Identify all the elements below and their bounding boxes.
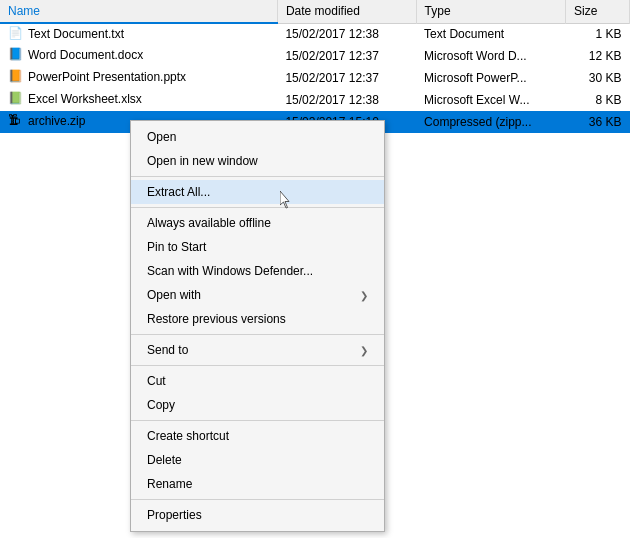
file-type-cell: Microsoft PowerP...: [416, 67, 565, 89]
menu-item-label: Copy: [147, 398, 175, 412]
table-row[interactable]: 📗Excel Worksheet.xlsx15/02/2017 12:38Mic…: [0, 89, 630, 111]
menu-item-label: Rename: [147, 477, 192, 491]
menu-item-copy[interactable]: Copy: [131, 393, 384, 417]
col-type[interactable]: Type: [416, 0, 565, 23]
file-icon: 📄: [8, 26, 24, 42]
menu-separator: [131, 420, 384, 421]
file-size-cell: 8 KB: [565, 89, 629, 111]
table-header-row: Name Date modified Type Size: [0, 0, 630, 23]
file-icon: 📙: [8, 69, 24, 85]
menu-item-label: Open with: [147, 288, 201, 302]
col-size[interactable]: Size: [565, 0, 629, 23]
file-name-cell: 📘Word Document.docx: [0, 45, 277, 67]
menu-separator: [131, 365, 384, 366]
menu-item-scan-defender[interactable]: Scan with Windows Defender...: [131, 259, 384, 283]
file-name-cell: 📄Text Document.txt: [0, 23, 277, 45]
menu-item-create-shortcut[interactable]: Create shortcut: [131, 424, 384, 448]
file-name-cell: 📙PowerPoint Presentation.pptx: [0, 67, 277, 89]
table-row[interactable]: 📘Word Document.docx15/02/2017 12:37Micro…: [0, 45, 630, 67]
menu-item-open-new-window[interactable]: Open in new window: [131, 149, 384, 173]
menu-item-open[interactable]: Open: [131, 125, 384, 149]
context-menu: OpenOpen in new windowExtract All...Alwa…: [130, 120, 385, 532]
menu-separator: [131, 207, 384, 208]
file-icon: 📘: [8, 47, 24, 63]
file-type-cell: Compressed (zipp...: [416, 111, 565, 133]
menu-item-open-with[interactable]: Open with❯: [131, 283, 384, 307]
file-date-cell: 15/02/2017 12:37: [277, 45, 416, 67]
menu-item-always-available[interactable]: Always available offline: [131, 211, 384, 235]
file-size-cell: 30 KB: [565, 67, 629, 89]
col-date[interactable]: Date modified: [277, 0, 416, 23]
file-type-cell: Text Document: [416, 23, 565, 45]
menu-item-cut[interactable]: Cut: [131, 369, 384, 393]
menu-separator: [131, 499, 384, 500]
menu-item-label: Restore previous versions: [147, 312, 286, 326]
menu-item-label: Scan with Windows Defender...: [147, 264, 313, 278]
table-row[interactable]: 📄Text Document.txt15/02/2017 12:38Text D…: [0, 23, 630, 45]
submenu-chevron-icon: ❯: [360, 290, 368, 301]
file-size-cell: 1 KB: [565, 23, 629, 45]
menu-item-pin-to-start[interactable]: Pin to Start: [131, 235, 384, 259]
menu-item-label: Pin to Start: [147, 240, 206, 254]
menu-item-label: Cut: [147, 374, 166, 388]
file-name-cell: 📗Excel Worksheet.xlsx: [0, 89, 277, 111]
menu-item-label: Open: [147, 130, 176, 144]
file-icon: 📗: [8, 91, 24, 107]
file-list: Name Date modified Type Size 📄Text Docum…: [0, 0, 630, 133]
file-type-cell: Microsoft Word D...: [416, 45, 565, 67]
table-row[interactable]: 📙PowerPoint Presentation.pptx15/02/2017 …: [0, 67, 630, 89]
file-date-cell: 15/02/2017 12:38: [277, 89, 416, 111]
menu-item-rename[interactable]: Rename: [131, 472, 384, 496]
menu-item-label: Open in new window: [147, 154, 258, 168]
menu-item-label: Delete: [147, 453, 182, 467]
menu-item-properties[interactable]: Properties: [131, 503, 384, 527]
file-date-cell: 15/02/2017 12:37: [277, 67, 416, 89]
menu-separator: [131, 176, 384, 177]
col-name[interactable]: Name: [0, 0, 277, 23]
file-icon: 🗜: [8, 113, 24, 129]
menu-item-label: Always available offline: [147, 216, 271, 230]
menu-item-delete[interactable]: Delete: [131, 448, 384, 472]
file-type-cell: Microsoft Excel W...: [416, 89, 565, 111]
menu-item-label: Properties: [147, 508, 202, 522]
menu-item-send-to[interactable]: Send to❯: [131, 338, 384, 362]
menu-item-label: Extract All...: [147, 185, 210, 199]
file-size-cell: 12 KB: [565, 45, 629, 67]
menu-separator: [131, 334, 384, 335]
submenu-chevron-icon: ❯: [360, 345, 368, 356]
menu-item-label: Send to: [147, 343, 188, 357]
menu-item-extract-all[interactable]: Extract All...: [131, 180, 384, 204]
menu-item-label: Create shortcut: [147, 429, 229, 443]
file-size-cell: 36 KB: [565, 111, 629, 133]
file-date-cell: 15/02/2017 12:38: [277, 23, 416, 45]
menu-item-restore-previous[interactable]: Restore previous versions: [131, 307, 384, 331]
